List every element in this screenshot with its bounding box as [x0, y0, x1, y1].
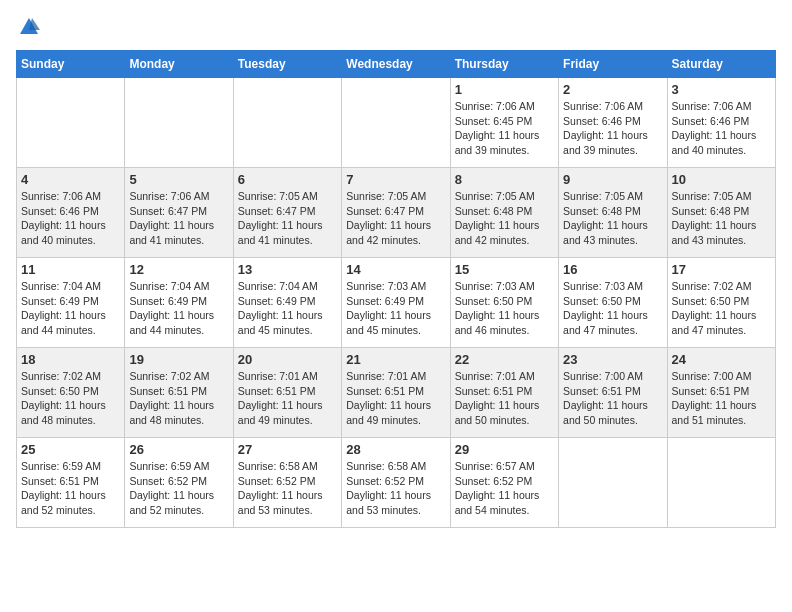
day-number: 6 [238, 172, 337, 187]
calendar-cell: 2Sunrise: 7:06 AM Sunset: 6:46 PM Daylig… [559, 78, 667, 168]
day-info: Sunrise: 7:01 AM Sunset: 6:51 PM Dayligh… [455, 369, 554, 428]
day-number: 11 [21, 262, 120, 277]
day-info: Sunrise: 7:06 AM Sunset: 6:45 PM Dayligh… [455, 99, 554, 158]
calendar-cell: 20Sunrise: 7:01 AM Sunset: 6:51 PM Dayli… [233, 348, 341, 438]
day-number: 1 [455, 82, 554, 97]
calendar-cell: 26Sunrise: 6:59 AM Sunset: 6:52 PM Dayli… [125, 438, 233, 528]
day-number: 29 [455, 442, 554, 457]
calendar-cell: 16Sunrise: 7:03 AM Sunset: 6:50 PM Dayli… [559, 258, 667, 348]
day-number: 22 [455, 352, 554, 367]
calendar-cell: 9Sunrise: 7:05 AM Sunset: 6:48 PM Daylig… [559, 168, 667, 258]
day-info: Sunrise: 7:03 AM Sunset: 6:50 PM Dayligh… [563, 279, 662, 338]
day-number: 9 [563, 172, 662, 187]
calendar-cell: 11Sunrise: 7:04 AM Sunset: 6:49 PM Dayli… [17, 258, 125, 348]
day-number: 5 [129, 172, 228, 187]
day-number: 3 [672, 82, 771, 97]
day-number: 8 [455, 172, 554, 187]
calendar-cell: 24Sunrise: 7:00 AM Sunset: 6:51 PM Dayli… [667, 348, 775, 438]
day-info: Sunrise: 7:06 AM Sunset: 6:46 PM Dayligh… [672, 99, 771, 158]
day-number: 18 [21, 352, 120, 367]
calendar-cell: 4Sunrise: 7:06 AM Sunset: 6:46 PM Daylig… [17, 168, 125, 258]
day-info: Sunrise: 7:05 AM Sunset: 6:48 PM Dayligh… [455, 189, 554, 248]
day-number: 2 [563, 82, 662, 97]
day-info: Sunrise: 7:02 AM Sunset: 6:50 PM Dayligh… [672, 279, 771, 338]
day-number: 24 [672, 352, 771, 367]
calendar-cell [17, 78, 125, 168]
calendar-cell: 17Sunrise: 7:02 AM Sunset: 6:50 PM Dayli… [667, 258, 775, 348]
calendar-cell [667, 438, 775, 528]
calendar-cell: 8Sunrise: 7:05 AM Sunset: 6:48 PM Daylig… [450, 168, 558, 258]
calendar-cell [342, 78, 450, 168]
day-number: 14 [346, 262, 445, 277]
day-number: 28 [346, 442, 445, 457]
day-number: 10 [672, 172, 771, 187]
day-number: 23 [563, 352, 662, 367]
day-number: 15 [455, 262, 554, 277]
day-number: 19 [129, 352, 228, 367]
calendar-cell: 18Sunrise: 7:02 AM Sunset: 6:50 PM Dayli… [17, 348, 125, 438]
day-number: 4 [21, 172, 120, 187]
day-number: 7 [346, 172, 445, 187]
calendar-cell [125, 78, 233, 168]
day-info: Sunrise: 6:58 AM Sunset: 6:52 PM Dayligh… [238, 459, 337, 518]
calendar-week-row: 1Sunrise: 7:06 AM Sunset: 6:45 PM Daylig… [17, 78, 776, 168]
day-info: Sunrise: 7:02 AM Sunset: 6:51 PM Dayligh… [129, 369, 228, 428]
day-of-week-header: Saturday [667, 51, 775, 78]
day-of-week-header: Tuesday [233, 51, 341, 78]
calendar-week-row: 4Sunrise: 7:06 AM Sunset: 6:46 PM Daylig… [17, 168, 776, 258]
svg-marker-1 [29, 18, 40, 30]
calendar-cell: 25Sunrise: 6:59 AM Sunset: 6:51 PM Dayli… [17, 438, 125, 528]
day-of-week-header: Friday [559, 51, 667, 78]
calendar-cell: 29Sunrise: 6:57 AM Sunset: 6:52 PM Dayli… [450, 438, 558, 528]
header [16, 16, 776, 38]
calendar-cell: 13Sunrise: 7:04 AM Sunset: 6:49 PM Dayli… [233, 258, 341, 348]
calendar-cell [559, 438, 667, 528]
calendar-week-row: 11Sunrise: 7:04 AM Sunset: 6:49 PM Dayli… [17, 258, 776, 348]
calendar-cell: 5Sunrise: 7:06 AM Sunset: 6:47 PM Daylig… [125, 168, 233, 258]
day-info: Sunrise: 7:04 AM Sunset: 6:49 PM Dayligh… [129, 279, 228, 338]
calendar-header-row: SundayMondayTuesdayWednesdayThursdayFrid… [17, 51, 776, 78]
day-info: Sunrise: 7:05 AM Sunset: 6:47 PM Dayligh… [346, 189, 445, 248]
day-of-week-header: Thursday [450, 51, 558, 78]
day-number: 20 [238, 352, 337, 367]
day-of-week-header: Wednesday [342, 51, 450, 78]
day-info: Sunrise: 7:06 AM Sunset: 6:47 PM Dayligh… [129, 189, 228, 248]
calendar-cell: 21Sunrise: 7:01 AM Sunset: 6:51 PM Dayli… [342, 348, 450, 438]
calendar-cell: 12Sunrise: 7:04 AM Sunset: 6:49 PM Dayli… [125, 258, 233, 348]
day-info: Sunrise: 7:06 AM Sunset: 6:46 PM Dayligh… [21, 189, 120, 248]
calendar-cell: 28Sunrise: 6:58 AM Sunset: 6:52 PM Dayli… [342, 438, 450, 528]
day-info: Sunrise: 7:04 AM Sunset: 6:49 PM Dayligh… [238, 279, 337, 338]
day-info: Sunrise: 6:59 AM Sunset: 6:52 PM Dayligh… [129, 459, 228, 518]
calendar-cell: 3Sunrise: 7:06 AM Sunset: 6:46 PM Daylig… [667, 78, 775, 168]
calendar-cell: 22Sunrise: 7:01 AM Sunset: 6:51 PM Dayli… [450, 348, 558, 438]
logo-icon [18, 16, 40, 38]
day-info: Sunrise: 7:05 AM Sunset: 6:48 PM Dayligh… [563, 189, 662, 248]
day-info: Sunrise: 7:05 AM Sunset: 6:48 PM Dayligh… [672, 189, 771, 248]
day-number: 27 [238, 442, 337, 457]
day-info: Sunrise: 7:00 AM Sunset: 6:51 PM Dayligh… [563, 369, 662, 428]
day-info: Sunrise: 7:03 AM Sunset: 6:49 PM Dayligh… [346, 279, 445, 338]
day-number: 13 [238, 262, 337, 277]
day-number: 25 [21, 442, 120, 457]
day-of-week-header: Sunday [17, 51, 125, 78]
calendar-cell: 23Sunrise: 7:00 AM Sunset: 6:51 PM Dayli… [559, 348, 667, 438]
day-number: 12 [129, 262, 228, 277]
calendar-cell: 15Sunrise: 7:03 AM Sunset: 6:50 PM Dayli… [450, 258, 558, 348]
day-number: 26 [129, 442, 228, 457]
day-info: Sunrise: 7:01 AM Sunset: 6:51 PM Dayligh… [346, 369, 445, 428]
day-number: 16 [563, 262, 662, 277]
day-info: Sunrise: 7:00 AM Sunset: 6:51 PM Dayligh… [672, 369, 771, 428]
day-info: Sunrise: 6:59 AM Sunset: 6:51 PM Dayligh… [21, 459, 120, 518]
day-number: 17 [672, 262, 771, 277]
day-info: Sunrise: 6:58 AM Sunset: 6:52 PM Dayligh… [346, 459, 445, 518]
calendar-cell: 14Sunrise: 7:03 AM Sunset: 6:49 PM Dayli… [342, 258, 450, 348]
calendar-cell: 27Sunrise: 6:58 AM Sunset: 6:52 PM Dayli… [233, 438, 341, 528]
day-info: Sunrise: 6:57 AM Sunset: 6:52 PM Dayligh… [455, 459, 554, 518]
day-of-week-header: Monday [125, 51, 233, 78]
day-info: Sunrise: 7:03 AM Sunset: 6:50 PM Dayligh… [455, 279, 554, 338]
day-number: 21 [346, 352, 445, 367]
day-info: Sunrise: 7:02 AM Sunset: 6:50 PM Dayligh… [21, 369, 120, 428]
day-info: Sunrise: 7:05 AM Sunset: 6:47 PM Dayligh… [238, 189, 337, 248]
calendar: SundayMondayTuesdayWednesdayThursdayFrid… [16, 50, 776, 528]
calendar-cell: 1Sunrise: 7:06 AM Sunset: 6:45 PM Daylig… [450, 78, 558, 168]
